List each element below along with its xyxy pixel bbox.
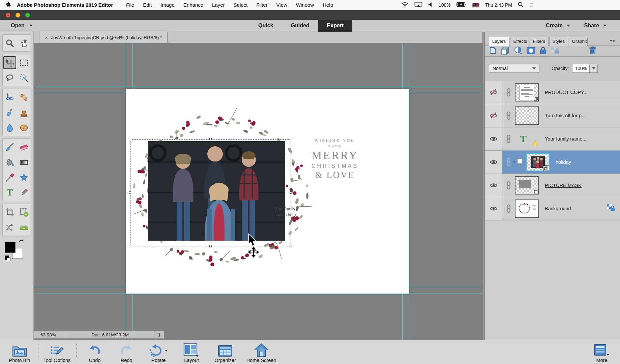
window-title-bar[interactable] <box>0 10 620 20</box>
spot-healing-brush-tool-icon[interactable] <box>18 91 30 104</box>
panel-tab-effects[interactable]: Effects <box>510 37 529 46</box>
transform-handle[interactable] <box>209 245 212 247</box>
paint-bucket-tool-icon[interactable] <box>3 156 16 169</box>
wifi-icon[interactable] <box>401 2 409 8</box>
layer-thumbnail[interactable] <box>515 107 539 125</box>
transform-handle[interactable] <box>290 138 292 140</box>
status-expand-icon[interactable]: ❯ <box>154 331 165 339</box>
layer-row-holiday[interactable]: ▾ holiday <box>485 151 620 174</box>
delete-layer-icon[interactable] <box>589 46 596 56</box>
gradient-tool-icon[interactable] <box>18 156 30 169</box>
menu-help[interactable]: Help <box>323 2 333 8</box>
transform-handle[interactable] <box>290 245 292 247</box>
document-close-icon[interactable]: × <box>45 35 48 40</box>
guide-vertical[interactable] <box>409 43 409 340</box>
tool-options-button[interactable]: Tool Options <box>38 342 76 363</box>
photo-bin-button[interactable]: Photo Bin <box>3 342 36 363</box>
visibility-toggle[interactable] <box>485 127 502 150</box>
link-icon[interactable] <box>504 81 513 104</box>
lock-transparent-pixels-icon[interactable] <box>551 47 560 56</box>
clipping-checkbox[interactable] <box>517 159 522 164</box>
visibility-toggle[interactable] <box>485 104 502 127</box>
crop-tool-icon[interactable] <box>3 206 16 219</box>
brush-tool-icon[interactable] <box>3 141 16 154</box>
lasso-tool-icon[interactable] <box>3 71 16 84</box>
blur-tool-icon[interactable] <box>3 121 16 134</box>
link-icon[interactable] <box>504 127 513 150</box>
guide-horizontal[interactable] <box>34 294 482 294</box>
recompose-tool-icon[interactable] <box>18 206 30 219</box>
layer-name[interactable]: PRODUCT COPY... <box>545 90 588 95</box>
link-icon[interactable] <box>504 197 513 220</box>
link-icon[interactable] <box>504 104 513 127</box>
rectangular-marquee-tool-icon[interactable] <box>18 56 30 69</box>
panel-tab-layers[interactable]: Layers <box>489 37 509 46</box>
zoom-tool-icon[interactable] <box>3 37 16 50</box>
panel-resize-divider[interactable] <box>482 32 485 340</box>
window-zoom-button[interactable] <box>25 13 30 18</box>
visibility-toggle[interactable] <box>485 197 502 220</box>
document-tab[interactable]: × JoyWreath 1openingCR.psd @ 64% (holida… <box>39 32 168 43</box>
redo-button[interactable]: Redo <box>111 342 142 363</box>
transform-handle[interactable] <box>209 138 212 140</box>
volume-icon[interactable] <box>428 2 433 8</box>
create-button[interactable]: Create <box>546 23 570 29</box>
menu-filter[interactable]: Filter <box>256 2 267 8</box>
smart-brush-tool-icon[interactable] <box>3 106 16 119</box>
rotate-button[interactable]: Rotate <box>142 342 175 363</box>
clone-stamp-tool-icon[interactable] <box>18 106 30 119</box>
type-tool-icon[interactable]: T <box>3 186 16 199</box>
layer-name[interactable]: Your family name... <box>545 136 587 142</box>
doc-size-field[interactable]: Doc: 6.81M/23.2M <box>66 331 154 339</box>
eyedropper-tool-icon[interactable] <box>3 171 16 184</box>
visibility-toggle[interactable] <box>485 174 502 197</box>
panel-tab-graphics[interactable]: Graphics <box>569 37 588 46</box>
layer-row-background[interactable]: Background <box>485 197 620 220</box>
undo-button[interactable]: Undo <box>80 342 110 363</box>
layer-name[interactable]: Turn this off for p... <box>545 113 586 118</box>
menu-enhance[interactable]: Enhance <box>183 2 203 8</box>
menu-file[interactable]: File <box>126 2 134 8</box>
content-aware-move-tool-icon[interactable] <box>3 221 16 234</box>
more-button[interactable]: More <box>588 342 615 363</box>
layer-name[interactable]: holiday <box>556 159 571 165</box>
tab-expert[interactable]: Expert <box>318 20 353 32</box>
layer-row-your-family-name[interactable]: T ! Your family name... <box>485 127 620 151</box>
sponge-tool-icon[interactable] <box>18 121 30 134</box>
battery-charging-icon[interactable] <box>456 2 467 8</box>
guide-horizontal[interactable] <box>34 87 482 87</box>
layer-thumbnail[interactable] <box>515 176 539 194</box>
menu-layer[interactable]: Layer <box>212 2 225 8</box>
open-button[interactable]: Open <box>11 23 33 29</box>
window-close-button[interactable] <box>6 13 10 18</box>
link-icon[interactable] <box>504 151 513 174</box>
menu-window[interactable]: Window <box>296 2 314 8</box>
tab-guided[interactable]: Guided <box>282 20 318 32</box>
layer-name[interactable]: Background <box>545 206 571 211</box>
blend-mode-select[interactable]: Normal <box>489 64 539 73</box>
menu-select[interactable]: Select <box>234 2 248 8</box>
layer-name[interactable]: PICTURE MASK <box>545 183 582 188</box>
lock-layer-icon[interactable] <box>539 47 547 56</box>
share-button[interactable]: Share <box>584 23 607 29</box>
menu-clock[interactable]: Thu 2:43 PM <box>485 2 512 8</box>
red-eye-removal-tool-icon[interactable] <box>3 91 16 104</box>
foreground-color-swatch[interactable] <box>5 242 16 253</box>
visibility-toggle[interactable] <box>485 151 502 174</box>
window-minimize-button[interactable] <box>16 13 20 18</box>
airplay-display-icon[interactable] <box>414 2 422 8</box>
transform-handle[interactable] <box>129 191 131 194</box>
spotlight-search-icon[interactable] <box>518 2 524 8</box>
transform-handle[interactable] <box>129 138 131 140</box>
pencil-tool-icon[interactable] <box>18 186 30 199</box>
custom-shape-tool-icon[interactable] <box>18 171 30 184</box>
visibility-toggle[interactable] <box>485 81 502 104</box>
tab-quick[interactable]: Quick <box>249 20 282 32</box>
menu-view[interactable]: View <box>276 2 287 8</box>
default-colors-icon[interactable] <box>5 255 9 260</box>
straighten-tool-icon[interactable] <box>18 221 30 234</box>
layer-mask-icon[interactable] <box>527 47 535 56</box>
link-icon[interactable] <box>504 174 513 197</box>
layer-row-turn-this-off[interactable]: Turn this off for p... <box>485 104 620 127</box>
layer-thumbnail[interactable] <box>515 200 539 218</box>
